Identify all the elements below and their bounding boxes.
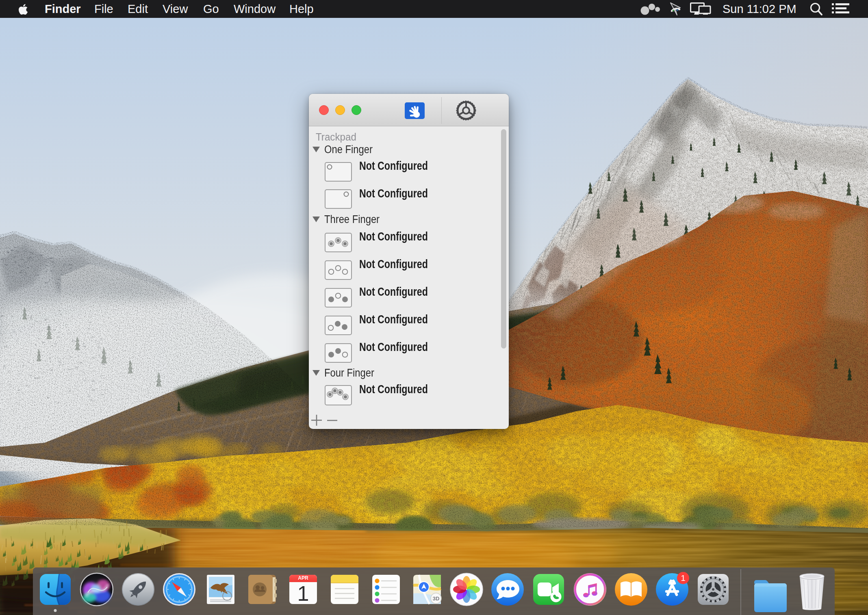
svg-text:1: 1 bbox=[681, 573, 686, 583]
svg-text:APR: APR bbox=[298, 575, 308, 581]
svg-text:3D: 3D bbox=[433, 596, 440, 602]
svg-text:1: 1 bbox=[297, 582, 309, 605]
